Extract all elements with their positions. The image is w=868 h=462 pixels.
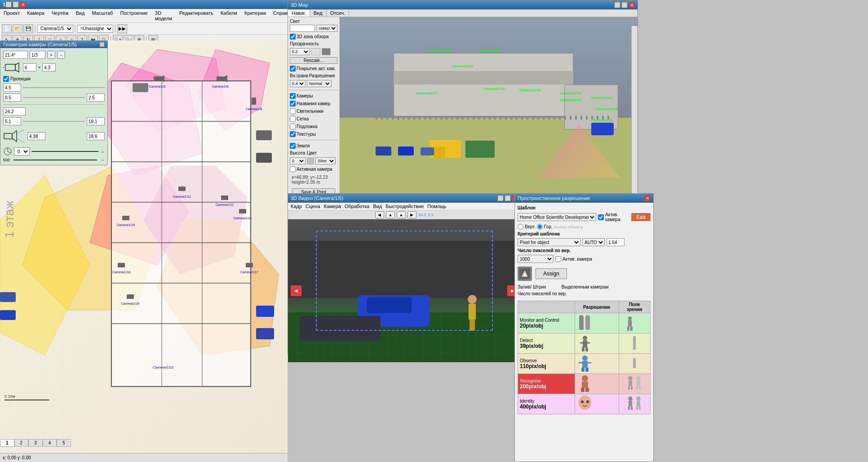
base-checkbox[interactable] — [290, 124, 296, 129]
menu-3dmodel[interactable]: 3D модели — [153, 10, 174, 22]
vid-menu-scene[interactable]: Сцена — [306, 204, 320, 209]
tab-navig[interactable]: Навиг. — [288, 9, 310, 17]
cam-val1-input[interactable] — [23, 63, 36, 71]
vid-btn-2[interactable]: ▲ — [386, 211, 395, 218]
cam-bar[interactable] — [31, 151, 98, 152]
direction-select[interactable]: север — [316, 25, 337, 32]
cam-fraction-input[interactable] — [30, 51, 45, 59]
cam-slider2[interactable] — [23, 97, 85, 98]
ground-checkbox[interactable] — [290, 143, 296, 149]
menu-edit[interactable]: Редактировать — [177, 10, 215, 22]
cam-angle-input[interactable] — [3, 51, 28, 59]
floor-tab-4[interactable]: 4 — [43, 439, 57, 447]
floor-tab-5[interactable]: 5 — [57, 439, 71, 447]
vid-menu-camera[interactable]: Камера — [324, 204, 341, 209]
floor-tab-2[interactable]: 2 — [14, 439, 29, 447]
vid-nav-left[interactable]: ◄ — [291, 285, 301, 296]
menu-camera[interactable]: Камера — [25, 10, 46, 22]
vid-btn-4[interactable]: ▶ — [407, 211, 416, 218]
menu-criteria[interactable]: Критерии — [243, 10, 268, 22]
vid-menu-help[interactable]: Помощь — [427, 204, 447, 209]
3d-map-max[interactable]: □ — [621, 2, 628, 8]
coverage-checkbox[interactable] — [290, 66, 296, 71]
cam-names-checkbox[interactable] — [290, 101, 296, 107]
cam-slider[interactable] — [23, 87, 105, 88]
criteria-select[interactable]: Pixel for object — [518, 238, 580, 246]
grid-checkbox[interactable] — [290, 116, 296, 122]
floorplan-area[interactable]: Геометрия камеры (Camera/1/5) ✕ + - — [0, 40, 288, 453]
cam-bar2[interactable] — [13, 160, 97, 160]
camera-select[interactable]: Camera/1/5 — [37, 25, 73, 33]
cam-191-input[interactable] — [87, 117, 105, 125]
active-cam-checkbox[interactable] — [290, 166, 296, 172]
light-input[interactable] — [290, 25, 315, 32]
cam-186-input[interactable] — [87, 132, 105, 140]
lights-checkbox[interactable] — [290, 108, 296, 114]
open-btn[interactable]: 📂 — [13, 24, 22, 33]
border-select[interactable]: 0.4 — [290, 80, 306, 87]
cam-plus-btn[interactable]: + — [47, 51, 55, 59]
cam-projection-check[interactable] — [3, 76, 9, 82]
pixels-select[interactable]: 1000 — [518, 255, 554, 263]
floor-tab-3[interactable]: 3 — [28, 439, 43, 447]
maximize-btn[interactable]: □ — [13, 1, 19, 8]
new-btn[interactable]: 📄 — [2, 24, 12, 33]
vid-btn-3[interactable]: ▲ — [397, 211, 406, 218]
auto-val-input[interactable] — [607, 238, 624, 246]
cam-45-input[interactable] — [3, 84, 21, 92]
close-btn[interactable]: ✕ — [20, 1, 26, 8]
save-btn[interactable]: 💾 — [23, 24, 33, 33]
cam-51-input[interactable] — [3, 117, 21, 125]
cam-panel-close[interactable]: ✕ — [99, 42, 105, 47]
identity-res-icon — [576, 395, 594, 413]
height-select[interactable]: 0 — [290, 157, 306, 164]
cam-slider3[interactable] — [23, 121, 85, 122]
resolution-select[interactable]: Normal — [307, 80, 332, 87]
minimize-btn[interactable]: ─ — [5, 1, 12, 8]
video-min[interactable]: ─ — [497, 195, 504, 201]
3d-map-close[interactable]: ✕ — [629, 2, 635, 8]
3d-map-min[interactable]: ─ — [614, 2, 620, 8]
texture-checkbox[interactable] — [290, 131, 296, 137]
vid-menu-frame[interactable]: Кадр — [291, 204, 302, 209]
cameras-checkbox[interactable] — [290, 93, 296, 99]
3d-scrollbar-v[interactable] — [631, 26, 638, 200]
template-select[interactable]: Home Office Scientific Development — [518, 213, 596, 221]
horiz-radio[interactable] — [537, 224, 543, 230]
tab-clip[interactable]: Отсеч. — [327, 9, 350, 17]
menu-cables[interactable]: Кабели — [219, 10, 239, 22]
spatial-close[interactable]: ✕ — [644, 195, 651, 201]
assign-btn[interactable]: Assign — [536, 268, 567, 279]
tab-view[interactable]: Вид — [310, 9, 327, 17]
menu-build[interactable]: Построение — [119, 10, 150, 22]
cam-242-input[interactable] — [3, 107, 26, 116]
cam-25-input[interactable] — [87, 93, 105, 102]
color-select[interactable]: Silve — [315, 157, 336, 164]
menu-drawing[interactable]: Чертёж — [50, 10, 71, 22]
video-max[interactable]: □ — [505, 195, 511, 201]
menu-project[interactable]: Проект — [2, 10, 22, 22]
zone3d-checkbox[interactable] — [290, 34, 296, 40]
active-cam-check3-input[interactable] — [555, 256, 561, 262]
cam-minus-btn[interactable]: - — [57, 51, 65, 59]
auto-select[interactable]: AUTO — [582, 238, 605, 246]
cam-direction-select[interactable]: 0 — [14, 147, 30, 155]
active-cam-check-input[interactable] — [598, 214, 604, 220]
cam-val2-input[interactable] — [42, 63, 56, 71]
menu-view[interactable]: Вид — [74, 10, 87, 22]
3d-viewport[interactable]: Camera/1/25 Camera/1/25 Camera/1/22 Came… — [340, 17, 638, 200]
vid-btn-1[interactable]: ◀ — [375, 211, 384, 218]
cam-438-input[interactable] — [27, 132, 45, 140]
vid-menu-perf[interactable]: Быстродействие — [385, 204, 424, 209]
vid-menu-process[interactable]: Обработка — [345, 204, 369, 209]
menu-scale[interactable]: Масштаб — [90, 10, 115, 22]
rescale-btn[interactable]: Rescale... — [290, 57, 337, 64]
vert-radio[interactable] — [518, 224, 523, 230]
cam-05-input[interactable] — [3, 93, 21, 102]
assign-select[interactable]: =Unassigne — [77, 25, 113, 33]
transparency-select[interactable]: 0.2 — [290, 48, 310, 55]
edit-btn[interactable]: Edit — [631, 213, 651, 221]
vid-menu-view[interactable]: Вид — [373, 204, 382, 209]
floor-tab-1[interactable]: 1 — [0, 439, 14, 447]
more-btn[interactable]: ▶▶ — [117, 24, 127, 33]
